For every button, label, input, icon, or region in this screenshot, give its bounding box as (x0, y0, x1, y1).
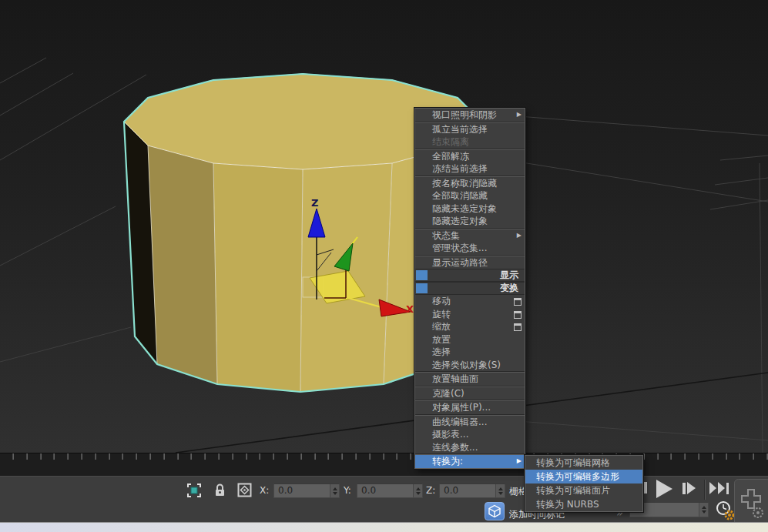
menu-item[interactable]: 放置轴曲面 ▶ (415, 373, 525, 386)
cube-icon (488, 504, 501, 518)
menu-item[interactable]: 结束隔离 ▶ (415, 136, 525, 149)
frame-spinner[interactable] (699, 503, 708, 517)
settings-box-icon[interactable] (514, 298, 522, 306)
x-coordinate-field[interactable]: 0.0 (273, 483, 340, 498)
absolute-mode-icon[interactable] (237, 483, 252, 500)
x-spinner[interactable] (330, 484, 339, 497)
menu-item[interactable]: 转换为: ▶ (415, 455, 525, 468)
3dsmax-window: Z X (0, 0, 768, 532)
absolute-transform-cube-button[interactable] (485, 502, 505, 520)
menu-item[interactable]: 管理状态集... ▶ (415, 242, 525, 255)
timeline-ticks (0, 453, 768, 460)
submenu-item[interactable]: 转换为可编辑网格 (525, 456, 642, 470)
z-coordinate-field[interactable]: 0.0 (439, 483, 505, 498)
menu-item[interactable]: 全部解冻 ▶ (415, 150, 525, 163)
menu-item[interactable]: 移动 ▶ (415, 295, 525, 308)
menu-item[interactable]: 按名称取消隐藏 ▶ (415, 177, 525, 190)
menu-item[interactable]: 冻结当前选择 ▶ (415, 162, 525, 176)
maxscript-mini-listener[interactable] (0, 522, 768, 532)
y-coordinate-label: Y: (344, 485, 351, 496)
quad-context-menu: 视口照明和阴影 ▶ 孤立当前选择 ▶ 结束隔离 ▶ 全部解冻 ▶ 冻结当 (414, 108, 525, 469)
play-button[interactable] (656, 480, 672, 498)
perspective-viewport[interactable]: Z X (0, 0, 768, 453)
timeline-ruler[interactable] (0, 453, 768, 476)
submenu-item[interactable]: 转换为 NURBS (525, 497, 642, 511)
y-spinner[interactable] (413, 484, 422, 497)
quad-color-block (416, 270, 428, 280)
menu-item[interactable]: 变换 ▶ (415, 282, 525, 295)
menu-item[interactable]: 状态集 ▶ (415, 229, 525, 243)
menu-item[interactable]: 孤立当前选择 ▶ (415, 123, 525, 136)
z-coordinate-label: Z: (426, 485, 435, 496)
settings-box-icon[interactable] (514, 323, 522, 331)
menu-item[interactable]: 显示运动路径 ▶ (415, 256, 525, 269)
menu-item[interactable]: 连线参数... ▶ (415, 441, 525, 454)
menu-item[interactable]: 放置 ▶ (415, 333, 525, 346)
settings-box-icon[interactable] (514, 311, 522, 319)
menu-item[interactable]: 选择 ▶ (415, 346, 525, 359)
menu-item[interactable]: 视口照明和阴影 ▶ (415, 109, 525, 122)
menu-item[interactable]: 选择类似对象(S) ▶ (415, 359, 525, 372)
next-frame-button[interactable] (682, 482, 696, 494)
go-to-end-button[interactable] (709, 482, 729, 494)
menu-item[interactable]: 隐藏未选定对象 ▶ (415, 202, 525, 216)
menu-item[interactable]: 全部取消隐藏 ▶ (415, 189, 525, 202)
z-spinner[interactable] (495, 484, 505, 497)
playback-separator (704, 480, 706, 500)
menu-item[interactable]: 旋转 ▶ (415, 308, 525, 321)
submenu-item[interactable]: 转换为可编辑面片 (525, 483, 642, 497)
menu-item[interactable]: 隐藏选定对象 ▶ (415, 215, 525, 228)
menu-item[interactable]: 摄影表... ▶ (415, 428, 525, 441)
submenu-arrow-icon: ▶ (517, 109, 522, 122)
pan-cross-icon (734, 479, 768, 528)
status-bar: X: 0.0 Y: 0.0 Z: 0.0 栅格 添加时间标记 (0, 476, 768, 523)
time-configuration-button[interactable] (716, 500, 736, 524)
submenu-item[interactable]: 转换为可编辑多边形 (525, 470, 642, 483)
gizmo-z-label: Z (311, 197, 318, 209)
selection-filter-icon[interactable] (186, 483, 202, 501)
menu-item[interactable]: 曲线编辑器... ▶ (415, 416, 525, 429)
menu-item[interactable]: 克隆(C) ▶ (415, 387, 525, 400)
y-coordinate-field[interactable]: 0.0 (357, 483, 423, 498)
menu-item[interactable]: 对象属性(P)... ▶ (415, 401, 525, 414)
x-coordinate-label: X: (260, 485, 269, 496)
quad-color-block (416, 283, 428, 293)
submenu-arrow-icon: ▶ (517, 455, 522, 468)
submenu-arrow-icon: ▶ (517, 229, 522, 243)
menu-item[interactable]: 显示 ▶ (415, 269, 525, 282)
selection-lock-icon[interactable] (214, 483, 226, 500)
menu-item[interactable]: 缩放 ▶ (415, 320, 525, 333)
convert-to-submenu: 转换为可编辑网格 转换为可编辑多边形 转换为可编辑面片 转换为 NURBS (525, 455, 643, 512)
clock-gear-icon (716, 500, 736, 520)
viewport-scene: Z X (0, 0, 768, 453)
gizmo-x-label: X (406, 303, 414, 315)
